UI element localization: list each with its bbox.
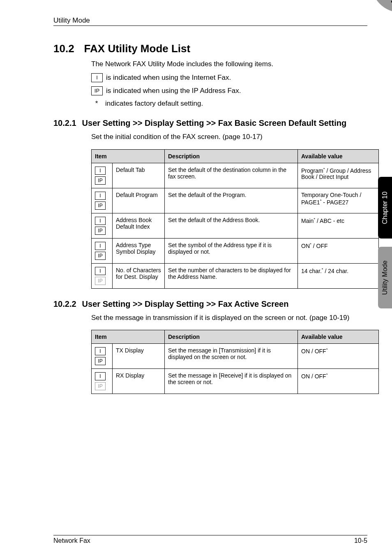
row-item-label: Default Program (113, 188, 165, 213)
row-description: Set the default of the Program. (165, 188, 298, 213)
row-description: Set the number of characters to be displ… (165, 263, 298, 288)
row-item-label: RX Display (113, 369, 165, 394)
side-tab-utility: Utility Mode (378, 247, 392, 308)
th-description-2: Description (165, 330, 298, 344)
table-row: IIPAddress Type Symbol DisplaySet the sy… (92, 238, 379, 263)
row-available-value: Program* / Group / Address Book / Direct… (298, 163, 379, 188)
section-heading-10-2-2: 10.2.2 User Setting >> Display Setting >… (53, 299, 367, 309)
footer-right: 10-5 (354, 537, 367, 544)
section2-lead: Set the message in transmission if it is… (91, 313, 367, 323)
row-description: Set the symbol of the Address type if it… (165, 238, 298, 263)
h2-number: 10.2 (53, 42, 74, 55)
ip-icon: IP (95, 382, 106, 390)
row-description: Set the message in [Receive] if it is di… (165, 369, 298, 394)
ip-icon: IP (91, 86, 103, 95)
row-available-value: Temporary One-Touch / PAGE1* - PAGE27 (298, 188, 379, 213)
table-header-row: Item Description Available value (92, 330, 379, 344)
table-row: IIPTX DisplaySet the message in [Transmi… (92, 344, 379, 369)
ip-icon: IP (95, 227, 106, 235)
table-row: IIPDefault TabSet the default of the des… (92, 163, 379, 188)
section1-lead: Set the initial condition of the FAX scr… (91, 132, 367, 142)
page: 10 Utility Mode 10.2 FAX Utility Mode Li… (0, 0, 392, 556)
row-description: Set the message in [Transmission] if it … (165, 344, 298, 369)
row-item-label: Address Type Symbol Display (113, 238, 165, 263)
row-available-value: ON / OFF* (298, 369, 379, 394)
row-description: Set the default of the Address Book. (165, 213, 298, 238)
row-icons-cell: IIP (92, 238, 113, 263)
row-icons-cell: IIP (92, 369, 113, 394)
page-header: Utility Mode (53, 16, 367, 26)
legend-ip-text: is indicated when using the IP Address F… (106, 87, 241, 95)
legend-internet-fax: I is indicated when using the Internet F… (91, 73, 367, 82)
side-tab-chapter: Chapter 10 (378, 177, 392, 239)
h3-number-1: 10.2.1 (53, 118, 76, 128)
row-icons-cell: IIP (92, 213, 113, 238)
row-available-value: ON* / OFF (298, 238, 379, 263)
header-section-label: Utility Mode (53, 16, 90, 25)
page-footer: Network Fax 10-5 (53, 535, 367, 544)
row-item-label: Address Book Default Index (113, 213, 165, 238)
i-icon: I (95, 267, 106, 275)
ip-icon: IP (95, 357, 106, 365)
chapter-number: 10 (390, 0, 392, 6)
row-icons-cell: IIP (92, 163, 113, 188)
section-heading-10-2: 10.2 FAX Utility Mode List (53, 42, 367, 55)
th-description: Description (165, 149, 298, 163)
i-icon: I (95, 167, 106, 175)
table-header-row: Item Description Available value (92, 149, 379, 163)
legend-ip-fax: IP is indicated when using the IP Addres… (91, 86, 367, 95)
i-icon: I (95, 372, 106, 380)
row-item-label: Default Tab (113, 163, 165, 188)
th-item: Item (92, 149, 165, 163)
row-item-label: No. of Characters for Dest. Display (113, 263, 165, 288)
row-icons-cell: IIP (92, 263, 113, 288)
table-row: IIPNo. of Characters for Dest. DisplaySe… (92, 263, 379, 288)
table-row: IIPDefault ProgramSet the default of the… (92, 188, 379, 213)
h2-intro: The Network FAX Utility Mode includes th… (91, 59, 367, 69)
row-available-value: Main* / ABC - etc (298, 213, 379, 238)
i-icon: I (91, 73, 103, 82)
table-row: IIPAddress Book Default IndexSet the def… (92, 213, 379, 238)
row-available-value: 14 char.* / 24 char. (298, 263, 379, 288)
i-icon: I (95, 192, 106, 200)
th-available-2: Available value (298, 330, 379, 344)
section-heading-10-2-1: 10.2.1 User Setting >> Display Setting >… (53, 118, 367, 128)
legend-i-text: is indicated when using the Internet Fax… (106, 74, 231, 82)
i-icon: I (95, 347, 106, 355)
legend-default: * indicates factory default setting. (91, 100, 367, 108)
table-fax-active-screen: Item Description Available value IIPTX D… (91, 330, 379, 394)
ip-icon: IP (95, 277, 106, 285)
h2-title: FAX Utility Mode List (84, 42, 191, 55)
footer-left: Network Fax (53, 537, 90, 544)
row-description: Set the default of the destination colum… (165, 163, 298, 188)
legend-star-text: indicates factory default setting. (105, 100, 203, 108)
th-available: Available value (298, 149, 379, 163)
chapter-corner-shape (371, 0, 392, 12)
row-available-value: ON / OFF* (298, 344, 379, 369)
ip-icon: IP (95, 176, 106, 185)
star-marker: * (91, 100, 102, 108)
h3-title-2: User Setting >> Display Setting >> Fax A… (82, 299, 289, 309)
row-item-label: TX Display (113, 344, 165, 369)
ip-icon: IP (95, 202, 106, 210)
i-icon: I (95, 242, 106, 250)
table-fax-basic-screen: Item Description Available value IIPDefa… (91, 149, 379, 289)
h3-title-1: User Setting >> Display Setting >> Fax B… (82, 118, 347, 128)
th-item-2: Item (92, 330, 165, 344)
table-row: IIPRX DisplaySet the message in [Receive… (92, 369, 379, 394)
i-icon: I (95, 217, 106, 225)
row-icons-cell: IIP (92, 344, 113, 369)
ip-icon: IP (95, 252, 106, 260)
row-icons-cell: IIP (92, 188, 113, 213)
h3-number-2: 10.2.2 (53, 299, 76, 309)
